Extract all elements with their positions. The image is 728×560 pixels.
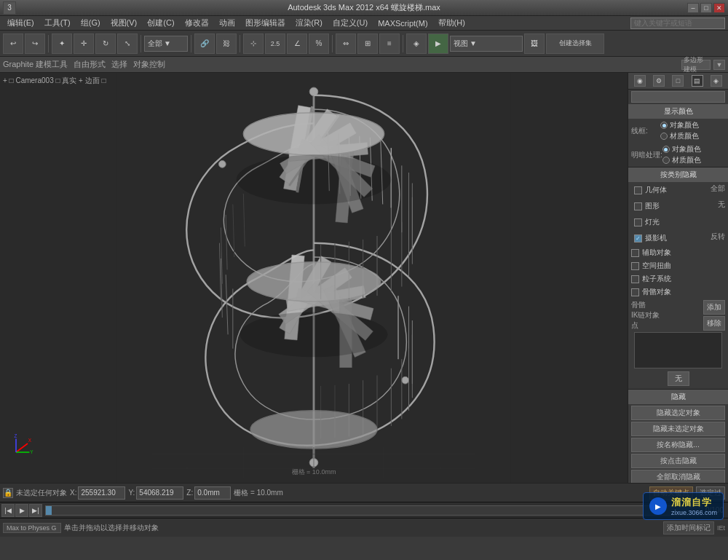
graphite-option[interactable]: 多边形建模 — [681, 60, 711, 70]
light-checkbox[interactable] — [634, 218, 642, 226]
select-button[interactable]: ✦ — [52, 33, 72, 54]
spacewarp-checkbox-row[interactable]: 空间扭曲 — [628, 259, 728, 272]
bone-obj-checkbox-row[interactable]: 骨骼对象 — [628, 285, 728, 299]
hide-by-hit-button[interactable]: 按点击隐藏 — [631, 454, 725, 468]
scale-button[interactable]: ⤡ — [117, 33, 138, 54]
menu-animation[interactable]: 动画 — [215, 17, 240, 29]
helper-checkbox-row[interactable]: 辅助对象 — [628, 246, 728, 259]
object-control-tab[interactable]: 对象控制 — [133, 59, 165, 70]
graphite-expand-btn[interactable]: ▼ — [713, 60, 725, 70]
camera-checkbox-row[interactable]: ✓ 摄影机 — [631, 232, 670, 245]
shape-checkbox-row[interactable]: 图形 — [631, 200, 662, 213]
wireframe-object-radio[interactable] — [660, 122, 668, 129]
rp-icon-5[interactable]: ◈ — [711, 75, 722, 87]
helper-checkbox[interactable] — [631, 249, 639, 257]
menu-edit[interactable]: 编辑(E) — [3, 17, 39, 29]
render-button[interactable]: ▶ — [428, 33, 448, 54]
redo-button[interactable]: ↪ — [25, 33, 45, 54]
hide-unselected-button[interactable]: 隐藏未选定对象 — [631, 422, 725, 436]
rp-search-input[interactable] — [631, 91, 725, 103]
move-button[interactable]: ✛ — [74, 33, 94, 54]
play-button[interactable]: ▶ — [15, 504, 28, 517]
y-coord-input[interactable] — [136, 486, 183, 500]
camera-label: 摄影机 — [645, 233, 667, 243]
menu-modifiers[interactable]: 修改器 — [181, 17, 213, 29]
shading-material-color-row[interactable]: 材质颜色 — [662, 155, 701, 165]
align-button[interactable]: ≡ — [379, 33, 400, 54]
shading-object-radio[interactable] — [662, 146, 670, 153]
bone-list-box[interactable] — [634, 332, 722, 368]
wireframe-material-radio[interactable] — [660, 133, 668, 140]
viewport[interactable]: + □ Camera003 □ 真实 + 边面 □ — [0, 73, 628, 483]
mirror-button[interactable]: ⇔ — [336, 33, 356, 54]
display-color-header[interactable]: 显示颜色 — [628, 104, 728, 119]
freeform-tab[interactable]: 自由形式 — [74, 59, 106, 70]
lock-icon[interactable]: 🔒 — [3, 488, 13, 498]
hide-by-category-header[interactable]: 按类别隐藏 — [628, 167, 728, 182]
maximize-button[interactable]: □ — [700, 3, 712, 13]
camera-checkbox[interactable]: ✓ — [634, 234, 642, 242]
particle-checkbox[interactable] — [631, 275, 639, 283]
light-checkbox-row[interactable]: 灯光 — [631, 216, 662, 229]
shading-object-color-row[interactable]: 对象颜色 — [662, 144, 701, 154]
add-button[interactable]: 添加 — [703, 300, 725, 315]
menu-help[interactable]: 帮助(H) — [434, 17, 470, 29]
menu-view[interactable]: 视图(V) — [106, 17, 142, 29]
unlink-button[interactable]: ⛓ — [216, 33, 237, 54]
right-panel: ◉ ⚙ □ ▤ ◈ 显示颜色 线框: 对象颜色 — [628, 73, 728, 483]
menu-graph-editor[interactable]: 图形编辑器 — [241, 17, 290, 29]
bone-obj-checkbox[interactable] — [631, 288, 639, 296]
undo-button[interactable]: ↩ — [3, 33, 23, 54]
render-dropdown[interactable]: 视图 ▼ — [450, 36, 523, 52]
named-selection-button[interactable]: 创建选择集 — [546, 33, 604, 54]
prev-frame-button[interactable]: |◀ — [1, 504, 15, 517]
particle-checkbox-row[interactable]: 粒子系统 — [628, 272, 728, 285]
next-frame-button[interactable]: ▶| — [29, 504, 42, 517]
select-filter-dropdown[interactable]: 全部 ▼ — [144, 36, 188, 52]
hide-header[interactable]: 隐藏 — [628, 390, 728, 404]
shading-material-label: 材质颜色 — [672, 155, 701, 165]
menu-group[interactable]: 组(G) — [76, 17, 105, 29]
menu-customize[interactable]: 自定义(U) — [328, 17, 372, 29]
hide-by-name-button[interactable]: 按名称隐藏... — [631, 438, 725, 452]
app-icon-btn[interactable]: 3 — [3, 1, 16, 15]
quick-render-button[interactable]: 🖼 — [524, 33, 545, 54]
rp-icon-3[interactable]: □ — [672, 75, 684, 87]
array-button[interactable]: ⊞ — [357, 33, 378, 54]
spacewarp-checkbox[interactable] — [631, 262, 639, 270]
grid-label: 栅格 = 10.0mm — [292, 468, 336, 477]
snap-angle-button[interactable]: ∠ — [287, 33, 307, 54]
select-tab[interactable]: 选择 — [111, 59, 127, 70]
none-button[interactable]: 无 — [668, 371, 689, 386]
menu-tools[interactable]: 工具(T) — [40, 17, 75, 29]
x-coord-input[interactable] — [78, 486, 125, 500]
rp-icon-1[interactable]: ◉ — [634, 75, 646, 87]
snap-button[interactable]: ⊹ — [243, 33, 264, 54]
snap2d-button[interactable]: 2.5 — [265, 33, 285, 54]
hide-selected-button[interactable]: 隐藏选定对象 — [631, 406, 725, 420]
wireframe-object-color-row[interactable]: 对象颜色 — [660, 120, 699, 130]
shape-checkbox[interactable] — [634, 202, 642, 210]
wireframe-material-color-row[interactable]: 材质颜色 — [660, 131, 699, 141]
geometry-checkbox-row[interactable]: 几何体 — [631, 184, 670, 197]
close-button[interactable]: ✕ — [713, 3, 725, 13]
z-coord-input[interactable] — [194, 486, 231, 500]
menu-render[interactable]: 渲染(R) — [291, 17, 327, 29]
material-editor-button[interactable]: ◈ — [406, 33, 427, 54]
menu-maxscript[interactable]: MAXScript(M) — [373, 18, 432, 28]
menu-create[interactable]: 创建(C) — [143, 17, 178, 29]
svg-point-68 — [240, 312, 388, 357]
minimize-button[interactable]: – — [687, 3, 699, 13]
link-button[interactable]: 🔗 — [194, 33, 215, 54]
rp-icon-active[interactable]: ▤ — [692, 75, 703, 87]
rp-icon-2[interactable]: ⚙ — [653, 75, 665, 87]
remove-button[interactable]: 移除 — [703, 316, 725, 331]
search-input[interactable] — [630, 17, 725, 29]
rotate-button[interactable]: ↻ — [95, 33, 116, 54]
snap-percent-button[interactable]: % — [309, 33, 329, 54]
geometry-checkbox[interactable] — [634, 186, 642, 194]
unhide-all-button[interactable]: 全部取消隐藏 — [631, 470, 725, 483]
add-time-tag-button[interactable]: 添加时间标记 — [663, 521, 714, 535]
shading-material-radio[interactable] — [662, 157, 670, 164]
timeline-slider[interactable] — [45, 505, 703, 516]
